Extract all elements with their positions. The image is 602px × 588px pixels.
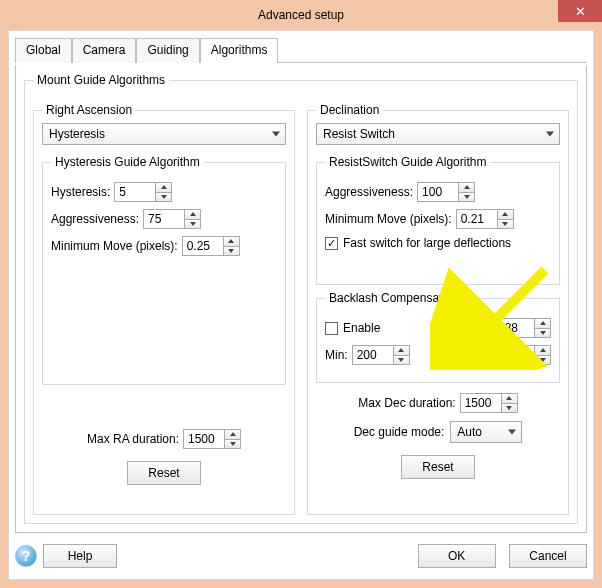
window-title: Advanced setup xyxy=(258,8,344,22)
spinner-up-icon[interactable] xyxy=(535,346,550,355)
right-ascension-group: Right Ascension Hysteresis Hysteresis Gu… xyxy=(33,103,295,515)
help-button[interactable]: Help xyxy=(43,544,117,568)
dec-algorithm-value: Resist Switch xyxy=(323,127,395,141)
tab-guiding[interactable]: Guiding xyxy=(136,38,199,63)
spinner-up-icon[interactable] xyxy=(156,183,171,192)
max-dec-duration-spinner[interactable] xyxy=(460,393,518,413)
spinner-down-icon[interactable] xyxy=(224,246,239,256)
dialog-footer: ? Help OK Cancel xyxy=(15,541,587,571)
dec-algorithm-select[interactable]: Resist Switch xyxy=(316,123,560,145)
ra-legend: Right Ascension xyxy=(42,103,136,117)
chevron-down-icon xyxy=(272,132,280,137)
hysteresis-guide-algorithm-group: Hysteresis Guide Algorithm Hysteresis: A… xyxy=(42,155,286,385)
spinner-up-icon[interactable] xyxy=(459,183,474,192)
spinner-down-icon[interactable] xyxy=(225,439,240,449)
dec-reset-button[interactable]: Reset xyxy=(401,455,475,479)
spinner-down-icon[interactable] xyxy=(535,355,550,365)
spinner-down-icon[interactable] xyxy=(502,403,517,413)
tab-algorithms[interactable]: Algorithms xyxy=(200,38,279,63)
dec-aggressiveness-label: Aggressiveness: xyxy=(325,185,413,199)
cancel-button[interactable]: Cancel xyxy=(509,544,587,568)
spinner-down-icon[interactable] xyxy=(459,192,474,202)
enable-backlash-label: Enable xyxy=(343,321,380,335)
max-ra-duration-label: Max RA duration: xyxy=(87,432,179,446)
fast-switch-checkbox[interactable]: ✓ xyxy=(325,237,338,250)
spinner-down-icon[interactable] xyxy=(394,355,409,365)
backlash-legend: Backlash Compensation xyxy=(325,291,462,305)
fast-switch-label: Fast switch for large deflections xyxy=(343,236,511,250)
min-input[interactable] xyxy=(352,345,394,365)
resist-switch-guide-algorithm-group: ResistSwitch Guide Algorithm Aggressiven… xyxy=(316,155,560,285)
ra-algorithm-value: Hysteresis xyxy=(49,127,105,141)
min-spinner[interactable] xyxy=(352,345,410,365)
ra-algo-legend: Hysteresis Guide Algorithm xyxy=(51,155,204,169)
dialog-body: Global Camera Guiding Algorithms Mount G… xyxy=(8,30,594,580)
spinner-up-icon[interactable] xyxy=(535,319,550,328)
max-dec-duration-label: Max Dec duration: xyxy=(358,396,455,410)
ok-button[interactable]: OK xyxy=(418,544,496,568)
hysteresis-spinner[interactable] xyxy=(114,182,172,202)
amount-spinner[interactable] xyxy=(493,318,551,338)
titlebar: Advanced setup ✕ xyxy=(0,0,602,30)
ra-aggressiveness-input[interactable] xyxy=(143,209,185,229)
tab-camera[interactable]: Camera xyxy=(72,38,137,63)
dec-guide-mode-label: Dec guide mode: xyxy=(354,425,445,439)
help-icon[interactable]: ? xyxy=(15,545,37,567)
dec-aggressiveness-input[interactable] xyxy=(417,182,459,202)
max-label: Max: xyxy=(463,348,489,362)
mount-legend: Mount Guide Algorithms xyxy=(33,73,169,87)
close-icon: ✕ xyxy=(575,4,586,19)
close-button[interactable]: ✕ xyxy=(558,0,602,22)
max-dec-duration-input[interactable] xyxy=(460,393,502,413)
spinner-up-icon[interactable] xyxy=(394,346,409,355)
amount-label: Amount: xyxy=(444,321,489,335)
spinner-up-icon[interactable] xyxy=(502,394,517,403)
ra-reset-button[interactable]: Reset xyxy=(127,461,201,485)
backlash-compensation-group: Backlash Compensation Enable Amount: xyxy=(316,291,560,383)
spinner-up-icon[interactable] xyxy=(225,430,240,439)
max-ra-duration-spinner[interactable] xyxy=(183,429,241,449)
dec-algo-legend: ResistSwitch Guide Algorithm xyxy=(325,155,490,169)
max-ra-duration-input[interactable] xyxy=(183,429,225,449)
spinner-up-icon[interactable] xyxy=(185,210,200,219)
min-label: Min: xyxy=(325,348,348,362)
ra-minmove-spinner[interactable] xyxy=(182,236,240,256)
spinner-up-icon[interactable] xyxy=(498,210,513,219)
spinner-up-icon[interactable] xyxy=(224,237,239,246)
chevron-down-icon xyxy=(508,430,516,435)
dec-minmove-label: Minimum Move (pixels): xyxy=(325,212,452,226)
ra-algorithm-select[interactable]: Hysteresis xyxy=(42,123,286,145)
ra-minmove-label: Minimum Move (pixels): xyxy=(51,239,178,253)
amount-input[interactable] xyxy=(493,318,535,338)
tab-global[interactable]: Global xyxy=(15,38,72,63)
mount-guide-algorithms-group: Mount Guide Algorithms Right Ascension H… xyxy=(24,73,578,524)
spinner-down-icon[interactable] xyxy=(185,219,200,229)
dec-guide-mode-value: Auto xyxy=(457,425,482,439)
ra-aggressiveness-spinner[interactable] xyxy=(143,209,201,229)
spinner-down-icon[interactable] xyxy=(156,192,171,202)
max-input[interactable] xyxy=(493,345,535,365)
tabstrip: Global Camera Guiding Algorithms xyxy=(15,37,587,63)
tab-content: Mount Guide Algorithms Right Ascension H… xyxy=(15,65,587,533)
declination-group: Declination Resist Switch ResistSwitch G… xyxy=(307,103,569,515)
max-spinner[interactable] xyxy=(493,345,551,365)
chevron-down-icon xyxy=(546,132,554,137)
spinner-down-icon[interactable] xyxy=(535,328,550,338)
ra-minmove-input[interactable] xyxy=(182,236,224,256)
enable-backlash-checkbox[interactable] xyxy=(325,322,338,335)
dec-legend: Declination xyxy=(316,103,383,117)
dec-minmove-input[interactable] xyxy=(456,209,498,229)
dec-aggressiveness-spinner[interactable] xyxy=(417,182,475,202)
hysteresis-label: Hysteresis: xyxy=(51,185,110,199)
dec-guide-mode-select[interactable]: Auto xyxy=(450,421,522,443)
ra-aggressiveness-label: Aggressiveness: xyxy=(51,212,139,226)
dec-minmove-spinner[interactable] xyxy=(456,209,514,229)
spinner-down-icon[interactable] xyxy=(498,219,513,229)
hysteresis-input[interactable] xyxy=(114,182,156,202)
